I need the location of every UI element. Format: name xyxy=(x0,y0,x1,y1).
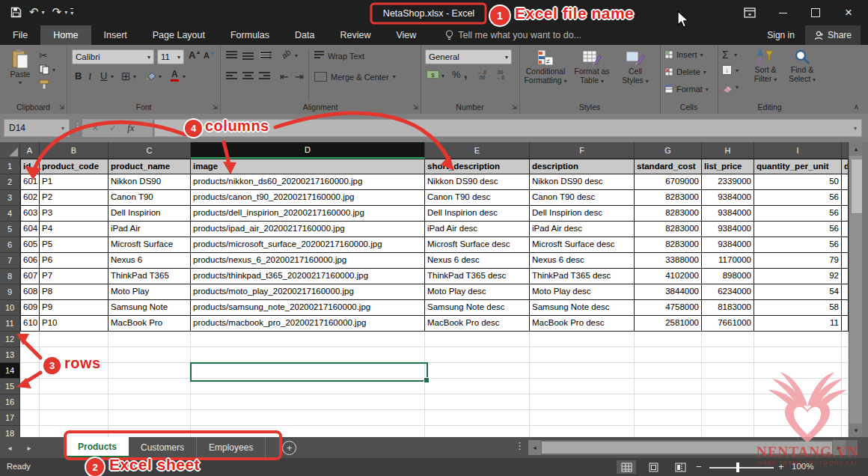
increase-font-size-icon[interactable]: A▲ xyxy=(189,49,201,61)
cell-H3[interactable]: 9384000 xyxy=(702,190,754,206)
cell-F14[interactable] xyxy=(530,363,635,379)
italic-button[interactable]: I xyxy=(88,70,91,82)
cell-extra-5[interactable] xyxy=(842,222,849,237)
row-header-18[interactable]: 18 xyxy=(0,426,20,437)
number-format-combobox[interactable]: General▾ xyxy=(425,49,512,64)
cell-I7[interactable]: 79 xyxy=(754,253,842,269)
sheet-nav-left-icon[interactable]: ◂ xyxy=(0,437,19,458)
cell-A5[interactable]: 604 xyxy=(20,222,40,237)
tab-review[interactable]: Review xyxy=(327,25,383,45)
cell-F10[interactable]: Samsung Note desc xyxy=(530,300,635,316)
cell-G11[interactable]: 2581000 xyxy=(635,316,702,332)
cell-extra-12[interactable] xyxy=(842,332,849,347)
cell-D6[interactable]: products/microsoft_surface_2020021716000… xyxy=(191,237,425,253)
cell-B8[interactable]: P7 xyxy=(40,269,109,284)
cell-D2[interactable]: products/nikkon_ds60_20200217160000.jpg xyxy=(191,174,425,190)
cell-E16[interactable] xyxy=(425,394,530,410)
cell-E18[interactable] xyxy=(425,426,530,437)
cell-H17[interactable] xyxy=(702,410,754,426)
cell-C11[interactable]: MacBook Pro xyxy=(109,316,191,332)
paste-button[interactable]: Paste ▾ xyxy=(6,49,34,88)
cell-B1[interactable]: product_code xyxy=(40,159,109,174)
cell-D5[interactable]: products/ipad_air_20200217160000.jpg xyxy=(191,222,425,237)
row-header-1[interactable]: 1 xyxy=(0,159,20,174)
redo-dropdown-icon[interactable]: ▾ xyxy=(64,9,67,16)
share-button[interactable]: Share xyxy=(805,25,861,45)
scroll-left-icon[interactable]: ◂ xyxy=(528,440,541,455)
cell-F7[interactable]: Nexus 6 desc xyxy=(530,253,635,269)
col-header-E[interactable]: E xyxy=(425,142,530,159)
formula-input[interactable]: ▾ xyxy=(154,119,862,137)
cell-I15[interactable] xyxy=(754,379,842,394)
cell-A7[interactable]: 606 xyxy=(20,253,40,269)
collapse-ribbon-icon[interactable]: ∧ xyxy=(854,103,859,111)
cell-C8[interactable]: ThinkPad T365 xyxy=(109,269,191,284)
fill-icon[interactable]: ↓ xyxy=(722,65,732,75)
font-name-combobox[interactable]: Calibri▾ xyxy=(72,49,154,64)
col-header-G[interactable]: G xyxy=(635,142,702,159)
cell-E6[interactable]: Microsft Surface desc xyxy=(425,237,530,253)
ribbon-display-options-icon[interactable] xyxy=(733,1,766,24)
cell-E14[interactable] xyxy=(425,363,530,379)
cell-H16[interactable] xyxy=(702,394,754,410)
row-header-8[interactable]: 8 xyxy=(0,269,20,284)
cell-F6[interactable]: Microsft Surface desc xyxy=(530,237,635,253)
col-header-B[interactable]: B xyxy=(40,142,109,159)
cell-extra-3[interactable] xyxy=(842,190,849,206)
cell-I2[interactable]: 50 xyxy=(754,174,842,190)
col-header-I[interactable]: I xyxy=(754,142,842,159)
cell-extra-9[interactable] xyxy=(842,284,849,300)
clear-icon[interactable] xyxy=(722,82,733,96)
clear-dropdown-icon[interactable]: ▾ xyxy=(736,84,739,91)
horizontal-scrollbar[interactable]: ◂ ▸ xyxy=(528,440,858,455)
cell-G13[interactable] xyxy=(635,347,702,363)
tab-formulas[interactable]: Formulas xyxy=(218,25,282,45)
cell-G12[interactable] xyxy=(635,332,702,347)
cell-B5[interactable]: P4 xyxy=(40,222,109,237)
sheet-tab-employees[interactable]: Employees xyxy=(197,437,266,458)
cell-D4[interactable]: products/dell_inspirion_20200217160000.j… xyxy=(191,206,425,222)
cell-extra-18[interactable] xyxy=(842,426,849,437)
vertical-scroll-thumb[interactable] xyxy=(851,159,863,214)
cell-H14[interactable] xyxy=(702,363,754,379)
cell-B12[interactable] xyxy=(40,332,109,347)
cell-G1[interactable]: standard_cost xyxy=(635,159,702,174)
cell-B11[interactable]: P10 xyxy=(40,316,109,332)
cell-F18[interactable] xyxy=(530,426,635,437)
page-layout-view-icon[interactable] xyxy=(644,460,663,474)
find-select-button[interactable]: Find & Select ▾ xyxy=(785,49,819,85)
comma-style-icon[interactable]: , xyxy=(464,67,467,81)
format-cells-button[interactable]: Format▾ xyxy=(664,85,709,94)
cell-D11[interactable]: products/macbook_pro_20200217160000.jpg xyxy=(191,316,425,332)
cell-A17[interactable] xyxy=(20,410,40,426)
underline-button[interactable]: U xyxy=(100,70,107,82)
cell-G15[interactable] xyxy=(635,379,702,394)
cell-C9[interactable]: Moto Play xyxy=(109,284,191,300)
cell-C1[interactable]: product_name xyxy=(109,159,191,174)
borders-dropdown-icon[interactable]: ▾ xyxy=(133,73,136,80)
cell-F1[interactable]: description xyxy=(530,159,635,174)
cell-A3[interactable]: 602 xyxy=(20,190,40,206)
enter-formula-icon[interactable]: ✓ xyxy=(109,123,117,133)
tab-view[interactable]: View xyxy=(383,25,429,45)
cell-G7[interactable]: 3388000 xyxy=(635,253,702,269)
cell-I18[interactable] xyxy=(754,426,842,437)
cell-G8[interactable]: 4102000 xyxy=(635,269,702,284)
percent-style-icon[interactable]: % xyxy=(452,69,461,80)
cell-A12[interactable] xyxy=(20,332,40,347)
increase-indent-icon[interactable]: ⇥ xyxy=(295,70,304,82)
cell-H11[interactable]: 7661000 xyxy=(702,316,754,332)
middle-align-icon[interactable] xyxy=(242,51,254,61)
cell-G4[interactable]: 8283000 xyxy=(635,206,702,222)
undo-dropdown-icon[interactable]: ▾ xyxy=(42,9,45,16)
cell-G10[interactable]: 4758000 xyxy=(635,300,702,316)
cell-G9[interactable]: 3844000 xyxy=(635,284,702,300)
select-all-corner[interactable] xyxy=(0,142,20,159)
font-size-combobox[interactable]: 11▾ xyxy=(157,49,184,64)
customize-qat-icon[interactable]: ▾ xyxy=(70,8,73,16)
tab-home[interactable]: Home xyxy=(40,25,91,45)
cell-C10[interactable]: Samsung Note xyxy=(109,300,191,316)
orientation-icon[interactable]: ab xyxy=(280,47,293,60)
row-header-7[interactable]: 7 xyxy=(0,253,20,269)
cell-F17[interactable] xyxy=(530,410,635,426)
